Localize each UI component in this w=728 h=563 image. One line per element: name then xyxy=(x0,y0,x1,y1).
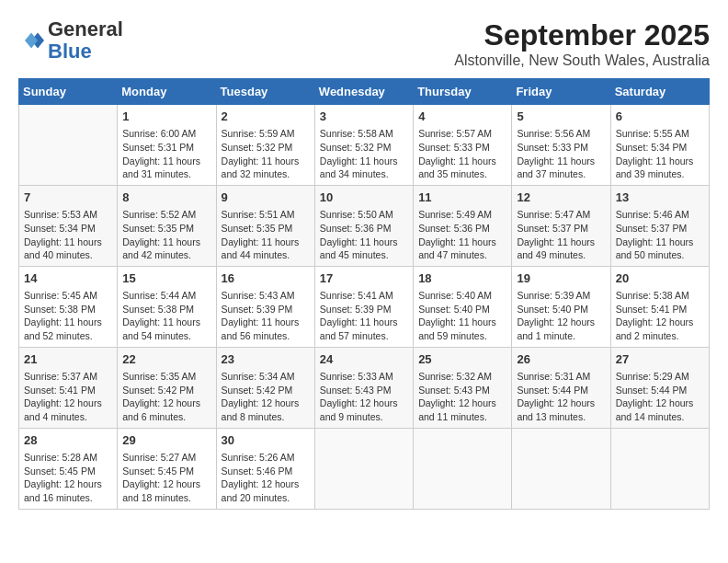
day-number: 4 xyxy=(418,109,506,125)
calendar-header-row: SundayMondayTuesdayWednesdayThursdayFrid… xyxy=(19,79,710,105)
day-number: 29 xyxy=(122,432,210,449)
day-number: 18 xyxy=(418,270,506,287)
day-info: Sunrise: 5:40 AMSunset: 5:40 PMDaylight:… xyxy=(418,289,506,343)
logo-icon xyxy=(18,28,44,53)
calendar-cell: 26Sunrise: 5:31 AMSunset: 5:44 PMDayligh… xyxy=(512,347,610,428)
calendar-cell: 22Sunrise: 5:35 AMSunset: 5:42 PMDayligh… xyxy=(118,347,216,428)
calendar-table: SundayMondayTuesdayWednesdayThursdayFrid… xyxy=(18,78,710,510)
calendar-cell: 1Sunrise: 6:00 AMSunset: 5:31 PMDaylight… xyxy=(118,105,216,186)
calendar-cell xyxy=(610,428,709,509)
day-number: 11 xyxy=(418,190,506,206)
calendar-cell xyxy=(314,428,413,509)
day-number: 10 xyxy=(320,190,408,206)
day-info: Sunrise: 5:34 AMSunset: 5:42 PMDaylight:… xyxy=(222,370,310,424)
calendar-cell: 17Sunrise: 5:41 AMSunset: 5:39 PMDayligh… xyxy=(314,266,413,347)
weekday-header-monday: Monday xyxy=(118,79,216,105)
day-info: Sunrise: 5:51 AMSunset: 5:35 PMDaylight:… xyxy=(222,208,310,262)
weekday-header-saturday: Saturday xyxy=(610,79,709,105)
calendar-cell: 8Sunrise: 5:52 AMSunset: 5:35 PMDaylight… xyxy=(118,185,216,266)
calendar-week-row: 14Sunrise: 5:45 AMSunset: 5:38 PMDayligh… xyxy=(19,266,710,347)
day-number: 7 xyxy=(24,190,112,206)
day-info: Sunrise: 5:26 AMSunset: 5:46 PMDaylight:… xyxy=(222,451,310,505)
calendar-cell: 7Sunrise: 5:53 AMSunset: 5:34 PMDaylight… xyxy=(19,185,118,266)
day-number: 25 xyxy=(418,351,506,368)
day-info: Sunrise: 5:49 AMSunset: 5:36 PMDaylight:… xyxy=(418,208,506,262)
weekday-header-sunday: Sunday xyxy=(19,79,118,105)
calendar-cell: 6Sunrise: 5:55 AMSunset: 5:34 PMDaylight… xyxy=(610,105,709,186)
calendar-cell: 10Sunrise: 5:50 AMSunset: 5:36 PMDayligh… xyxy=(314,185,413,266)
calendar-cell: 4Sunrise: 5:57 AMSunset: 5:33 PMDaylight… xyxy=(414,105,512,186)
weekday-header-wednesday: Wednesday xyxy=(314,79,413,105)
calendar-cell: 29Sunrise: 5:27 AMSunset: 5:45 PMDayligh… xyxy=(118,428,216,509)
calendar-cell xyxy=(19,105,118,186)
calendar-week-row: 1Sunrise: 6:00 AMSunset: 5:31 PMDaylight… xyxy=(19,105,710,186)
weekday-header-friday: Friday xyxy=(512,79,610,105)
logo-blue-text: Blue xyxy=(48,40,123,63)
day-number: 8 xyxy=(122,190,210,206)
day-info: Sunrise: 5:35 AMSunset: 5:42 PMDaylight:… xyxy=(122,370,210,424)
day-number: 1 xyxy=(122,109,210,125)
day-info: Sunrise: 5:53 AMSunset: 5:34 PMDaylight:… xyxy=(24,208,112,262)
calendar-week-row: 28Sunrise: 5:28 AMSunset: 5:45 PMDayligh… xyxy=(19,428,710,509)
page-subtitle: Alstonville, New South Wales, Australia xyxy=(454,52,710,69)
calendar-week-row: 21Sunrise: 5:37 AMSunset: 5:41 PMDayligh… xyxy=(19,347,710,428)
day-number: 16 xyxy=(222,270,310,287)
day-info: Sunrise: 6:00 AMSunset: 5:31 PMDaylight:… xyxy=(122,127,210,181)
calendar-cell: 23Sunrise: 5:34 AMSunset: 5:42 PMDayligh… xyxy=(216,347,314,428)
day-info: Sunrise: 5:37 AMSunset: 5:41 PMDaylight:… xyxy=(24,370,112,424)
calendar-cell: 9Sunrise: 5:51 AMSunset: 5:35 PMDaylight… xyxy=(216,185,314,266)
logo: General Blue xyxy=(18,18,123,63)
day-number: 20 xyxy=(616,270,704,287)
day-info: Sunrise: 5:38 AMSunset: 5:41 PMDaylight:… xyxy=(616,289,704,343)
day-info: Sunrise: 5:45 AMSunset: 5:38 PMDaylight:… xyxy=(24,289,112,343)
calendar-cell: 13Sunrise: 5:46 AMSunset: 5:37 PMDayligh… xyxy=(610,185,709,266)
day-info: Sunrise: 5:33 AMSunset: 5:43 PMDaylight:… xyxy=(320,370,408,424)
calendar-cell: 27Sunrise: 5:29 AMSunset: 5:44 PMDayligh… xyxy=(610,347,709,428)
day-number: 19 xyxy=(517,270,605,287)
calendar-cell xyxy=(512,428,610,509)
calendar-cell: 20Sunrise: 5:38 AMSunset: 5:41 PMDayligh… xyxy=(610,266,709,347)
day-info: Sunrise: 5:44 AMSunset: 5:38 PMDaylight:… xyxy=(122,289,210,343)
calendar-cell: 3Sunrise: 5:58 AMSunset: 5:32 PMDaylight… xyxy=(314,105,413,186)
day-number: 28 xyxy=(24,432,112,449)
day-info: Sunrise: 5:28 AMSunset: 5:45 PMDaylight:… xyxy=(24,451,112,505)
calendar-cell: 19Sunrise: 5:39 AMSunset: 5:40 PMDayligh… xyxy=(512,266,610,347)
calendar-cell: 16Sunrise: 5:43 AMSunset: 5:39 PMDayligh… xyxy=(216,266,314,347)
day-info: Sunrise: 5:58 AMSunset: 5:32 PMDaylight:… xyxy=(320,127,408,181)
day-number: 22 xyxy=(122,351,210,368)
day-info: Sunrise: 5:32 AMSunset: 5:43 PMDaylight:… xyxy=(418,370,506,424)
day-info: Sunrise: 5:57 AMSunset: 5:33 PMDaylight:… xyxy=(418,127,506,181)
day-number: 13 xyxy=(616,190,704,206)
day-info: Sunrise: 5:50 AMSunset: 5:36 PMDaylight:… xyxy=(320,208,408,262)
day-number: 27 xyxy=(616,351,704,368)
day-number: 3 xyxy=(320,109,408,125)
day-info: Sunrise: 5:43 AMSunset: 5:39 PMDaylight:… xyxy=(222,289,310,343)
calendar-cell: 28Sunrise: 5:28 AMSunset: 5:45 PMDayligh… xyxy=(19,428,118,509)
calendar-cell: 18Sunrise: 5:40 AMSunset: 5:40 PMDayligh… xyxy=(414,266,512,347)
calendar-cell: 25Sunrise: 5:32 AMSunset: 5:43 PMDayligh… xyxy=(414,347,512,428)
logo-general-text: General xyxy=(48,18,123,40)
calendar-cell: 15Sunrise: 5:44 AMSunset: 5:38 PMDayligh… xyxy=(118,266,216,347)
day-info: Sunrise: 5:39 AMSunset: 5:40 PMDaylight:… xyxy=(517,289,605,343)
day-info: Sunrise: 5:56 AMSunset: 5:33 PMDaylight:… xyxy=(517,127,605,181)
day-number: 17 xyxy=(320,270,408,287)
day-number: 14 xyxy=(24,270,112,287)
day-number: 30 xyxy=(222,432,310,449)
day-info: Sunrise: 5:29 AMSunset: 5:44 PMDaylight:… xyxy=(616,370,704,424)
weekday-header-tuesday: Tuesday xyxy=(216,79,314,105)
day-number: 9 xyxy=(222,190,310,206)
day-number: 6 xyxy=(616,109,704,125)
calendar-cell xyxy=(414,428,512,509)
calendar-cell: 24Sunrise: 5:33 AMSunset: 5:43 PMDayligh… xyxy=(314,347,413,428)
calendar-cell: 5Sunrise: 5:56 AMSunset: 5:33 PMDaylight… xyxy=(512,105,610,186)
title-block: September 2025 Alstonville, New South Wa… xyxy=(454,18,710,69)
day-number: 5 xyxy=(517,109,605,125)
weekday-header-thursday: Thursday xyxy=(414,79,512,105)
calendar-week-row: 7Sunrise: 5:53 AMSunset: 5:34 PMDaylight… xyxy=(19,185,710,266)
calendar-cell: 14Sunrise: 5:45 AMSunset: 5:38 PMDayligh… xyxy=(19,266,118,347)
calendar-cell: 21Sunrise: 5:37 AMSunset: 5:41 PMDayligh… xyxy=(19,347,118,428)
calendar-cell: 2Sunrise: 5:59 AMSunset: 5:32 PMDaylight… xyxy=(216,105,314,186)
day-info: Sunrise: 5:31 AMSunset: 5:44 PMDaylight:… xyxy=(517,370,605,424)
page-title: September 2025 xyxy=(454,18,710,52)
page-header: General Blue September 2025 Alstonville,… xyxy=(18,18,710,69)
